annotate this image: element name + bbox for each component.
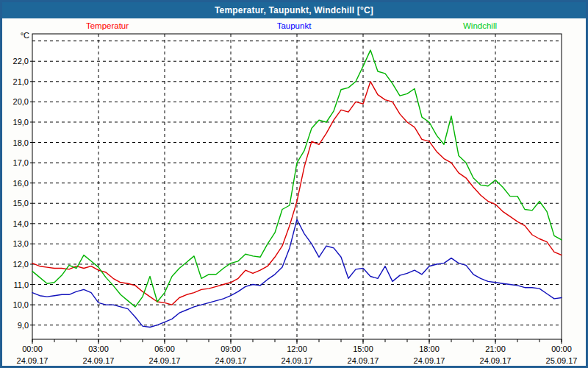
x-tick-time-label: 18:00 (419, 344, 440, 353)
x-tick-date-label: 24.09.17 (414, 356, 445, 365)
y-axis-unit-label: °C (21, 31, 29, 40)
x-tick-date-label: 25.09.17 (546, 356, 578, 365)
y-tick-label: 21,0 (13, 77, 29, 86)
line-chart: 9,010,011,012,013,014,015,016,017,018,01… (2, 2, 588, 368)
y-tick-label: 20,0 (13, 97, 29, 106)
x-tick-date-label: 24.09.17 (83, 356, 115, 365)
y-tick-label: 14,0 (13, 219, 29, 228)
x-tick-time-label: 03:00 (88, 344, 109, 353)
y-tick-label: 17,0 (13, 158, 29, 167)
y-tick-label: 16,0 (13, 179, 29, 188)
y-tick-label: 22,0 (13, 57, 29, 66)
x-tick-time-label: 00:00 (22, 344, 43, 353)
y-tick-label: 18,0 (13, 138, 29, 147)
x-tick-time-label: 15:00 (353, 344, 373, 353)
x-tick-date-label: 24.09.17 (282, 356, 313, 365)
y-tick-label: 12,0 (13, 260, 29, 269)
x-tick-time-label: 06:00 (154, 344, 175, 353)
y-tick-label: 13,0 (13, 239, 29, 248)
x-tick-date-label: 24.09.17 (215, 356, 247, 365)
x-tick-time-label: 09:00 (220, 344, 241, 353)
y-tick-label: 15,0 (13, 199, 29, 208)
chart-window: Temperatur, Taupunkt, Windchill [°C] Tem… (0, 0, 588, 368)
x-tick-time-label: 00:00 (551, 344, 572, 353)
y-tick-label: 19,0 (13, 118, 29, 127)
x-tick-time-label: 12:00 (287, 344, 307, 353)
x-tick-date-label: 24.09.17 (480, 356, 512, 365)
x-tick-date-label: 24.09.17 (17, 356, 49, 365)
x-tick-time-label: 21:00 (485, 344, 506, 353)
y-tick-label: 9,0 (18, 321, 29, 330)
y-tick-label: 11,0 (13, 280, 29, 289)
x-tick-date-label: 24.09.17 (149, 356, 181, 365)
y-tick-label: 10,0 (13, 300, 29, 309)
x-tick-date-label: 24.09.17 (348, 356, 379, 365)
